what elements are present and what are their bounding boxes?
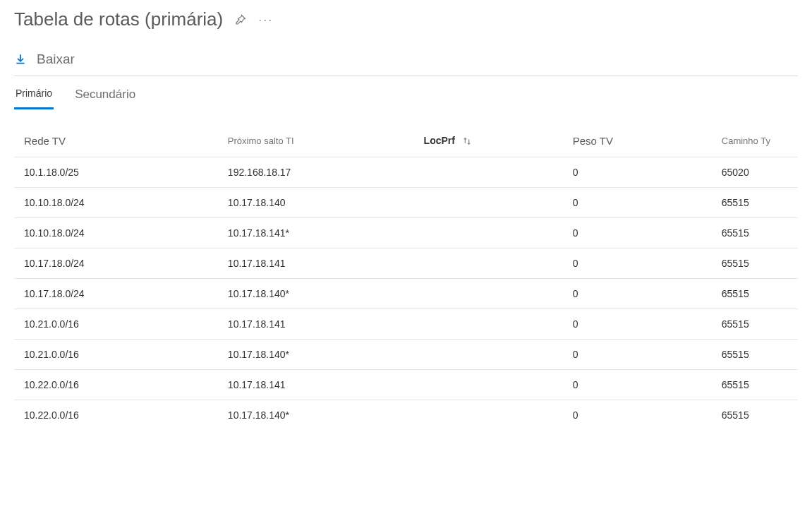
table-row[interactable]: 10.17.18.0/2410.17.18.141065515	[14, 248, 798, 279]
table-row[interactable]: 10.21.0.0/1610.17.18.140*065515	[14, 340, 798, 370]
cell-nexthop: 10.17.18.140*	[218, 400, 414, 431]
col-header-rede-label: Rede TV	[24, 135, 66, 147]
cell-locprf	[414, 188, 563, 218]
table-header-row: Rede TV Próximo salto TI LocPrf Peso T	[14, 129, 798, 157]
page-header: Tabela de rotas (primária) ···	[14, 8, 798, 30]
tab-primary[interactable]: Primário	[14, 85, 54, 109]
cell-nexthop: 10.17.18.140*	[218, 340, 414, 370]
cell-path: 65515	[712, 188, 798, 218]
cell-rede: 10.21.0.0/16	[14, 309, 218, 340]
cell-rede: 10.22.0.0/16	[14, 400, 218, 431]
sort-icon	[462, 136, 472, 147]
cell-rede: 10.17.18.0/24	[14, 279, 218, 309]
cell-locprf	[414, 218, 563, 248]
cell-peso: 0	[563, 157, 712, 188]
pin-icon[interactable]	[233, 12, 248, 28]
cell-nexthop: 10.17.18.141	[218, 248, 414, 279]
download-button[interactable]: Baixar	[14, 52, 75, 67]
cell-peso: 0	[563, 248, 712, 279]
cell-peso: 0	[563, 340, 712, 370]
cell-nexthop: 10.17.18.140	[218, 188, 414, 218]
cell-nexthop: 10.17.18.141*	[218, 218, 414, 248]
cell-peso: 0	[563, 309, 712, 340]
col-header-nexthop-label: Próximo salto TI	[228, 136, 294, 146]
cell-rede: 10.1.18.0/25	[14, 157, 218, 188]
cell-nexthop: 10.17.18.141	[218, 309, 414, 340]
table-row[interactable]: 10.1.18.0/25192.168.18.17065020	[14, 157, 798, 188]
cell-path: 65020	[712, 157, 798, 188]
cell-locprf	[414, 340, 563, 370]
page-title: Tabela de rotas (primária)	[14, 8, 223, 30]
cell-nexthop: 10.17.18.140*	[218, 279, 414, 309]
table-row[interactable]: 10.10.18.0/2410.17.18.140065515	[14, 188, 798, 218]
cell-nexthop: 10.17.18.141	[218, 370, 414, 400]
cell-rede: 10.10.18.0/24	[14, 218, 218, 248]
cell-path: 65515	[712, 279, 798, 309]
cell-locprf	[414, 248, 563, 279]
cell-path: 65515	[712, 340, 798, 370]
col-header-path-label: Caminho Ty	[722, 136, 770, 146]
col-header-peso[interactable]: Peso TV	[563, 129, 712, 157]
toolbar: Baixar	[14, 52, 798, 76]
cell-path: 65515	[712, 218, 798, 248]
cell-path: 65515	[712, 309, 798, 340]
cell-peso: 0	[563, 400, 712, 431]
route-table: Rede TV Próximo salto TI LocPrf Peso T	[14, 129, 798, 430]
cell-rede: 10.10.18.0/24	[14, 188, 218, 218]
table-row[interactable]: 10.22.0.0/1610.17.18.141065515	[14, 370, 798, 400]
cell-peso: 0	[563, 188, 712, 218]
cell-rede: 10.21.0.0/16	[14, 340, 218, 370]
table-row[interactable]: 10.10.18.0/2410.17.18.141*065515	[14, 218, 798, 248]
cell-locprf	[414, 279, 563, 309]
cell-nexthop: 192.168.18.17	[218, 157, 414, 188]
cell-locprf	[414, 400, 563, 431]
tab-secondary[interactable]: Secundário	[73, 85, 137, 109]
table-row[interactable]: 10.22.0.0/1610.17.18.140*065515	[14, 400, 798, 431]
col-header-nexthop[interactable]: Próximo salto TI	[218, 129, 414, 157]
cell-rede: 10.22.0.0/16	[14, 370, 218, 400]
cell-rede: 10.17.18.0/24	[14, 248, 218, 279]
cell-locprf	[414, 370, 563, 400]
cell-path: 65515	[712, 370, 798, 400]
tabs: Primário Secundário	[14, 85, 798, 109]
col-header-peso-label: Peso TV	[573, 135, 613, 147]
cell-peso: 0	[563, 218, 712, 248]
table-row[interactable]: 10.21.0.0/1610.17.18.141065515	[14, 309, 798, 340]
col-header-locprf[interactable]: LocPrf	[414, 129, 563, 157]
download-icon	[14, 53, 27, 66]
col-header-locprf-label: LocPrf	[424, 135, 455, 146]
cell-peso: 0	[563, 370, 712, 400]
cell-peso: 0	[563, 279, 712, 309]
col-header-path[interactable]: Caminho Ty	[712, 129, 798, 157]
download-label: Baixar	[37, 52, 75, 67]
cell-locprf	[414, 157, 563, 188]
table-row[interactable]: 10.17.18.0/2410.17.18.140*065515	[14, 279, 798, 309]
col-header-rede[interactable]: Rede TV	[14, 129, 218, 157]
cell-locprf	[414, 309, 563, 340]
more-menu-icon[interactable]: ···	[258, 13, 273, 26]
cell-path: 65515	[712, 248, 798, 279]
cell-path: 65515	[712, 400, 798, 431]
